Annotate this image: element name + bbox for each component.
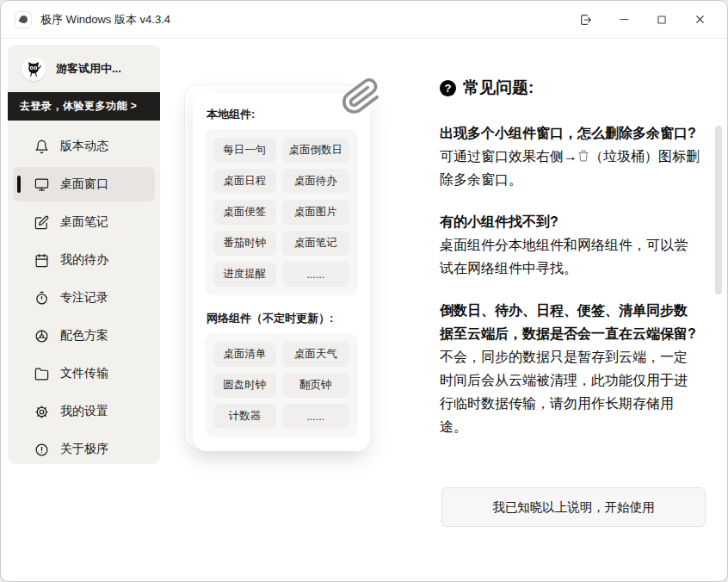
app-window: 极序 Windows 版本 v4.3.4: [0, 0, 728, 582]
monitor-icon: [34, 176, 49, 192]
color-wheel-icon: [34, 328, 49, 344]
local-widgets-panel: 每日一句 桌面倒数日 桌面日程 桌面待办 桌面便签 桌面图片 番茄时钟 桌面笔记…: [205, 129, 358, 295]
widget-button-more[interactable]: ......: [282, 262, 349, 287]
minimize-icon[interactable]: [605, 5, 643, 34]
widget-button[interactable]: 翻页钟: [282, 373, 349, 398]
widget-button[interactable]: 进度提醒: [213, 262, 276, 287]
sidebar-item-version-news[interactable]: 版本动态: [13, 129, 155, 164]
widget-button[interactable]: 桌面清单: [213, 342, 276, 367]
faq-title: 常见问题:: [463, 77, 534, 99]
network-widgets-panel: 桌面清单 桌面天气 圆盘时钟 翻页钟 计数器 ......: [205, 333, 358, 437]
widget-button[interactable]: 桌面图片: [282, 200, 349, 225]
window-controls: [567, 5, 719, 34]
faq-answer-2: 桌面组件分本地组件和网络组件，可以尝试在网络组件中寻找。: [440, 233, 700, 280]
edit-note-icon: [34, 214, 49, 230]
user-row[interactable]: 游客试用中...: [8, 45, 160, 92]
gear-icon: [34, 404, 49, 419]
titlebar: 极序 Windows 版本 v4.3.4: [1, 1, 727, 39]
sidebar-item-color-scheme[interactable]: 配色方案: [13, 319, 155, 353]
sidebar-item-desktop-notes[interactable]: 桌面笔记: [13, 205, 155, 239]
bell-icon: [34, 139, 49, 154]
titlebar-left: 极序 Windows 版本 v4.3.4: [15, 11, 170, 28]
exit-app-icon[interactable]: [567, 5, 605, 34]
faq-question-1: 出现多个小组件窗口，怎么删除多余窗口?: [440, 121, 700, 145]
faq-scrollbar[interactable]: [715, 126, 722, 294]
sidebar-item-label: 我的设置: [60, 404, 108, 419]
folder-icon: [34, 366, 49, 381]
widget-button[interactable]: 圆盘时钟: [213, 373, 276, 398]
widget-card: 本地组件: 每日一句 桌面倒数日 桌面日程 桌面待办 桌面便签 桌面图片 番茄时…: [193, 93, 370, 451]
question-circle-icon: ?: [440, 80, 456, 96]
sidebar-item-my-todo[interactable]: 我的待办: [13, 243, 155, 277]
sidebar: 游客试用中... 去登录，体验更多功能 > 版本动态 桌面窗口: [8, 45, 160, 464]
faq-section: ? 常见问题: 出现多个小组件窗口，怎么删除多余窗口? 可通过窗口效果右侧→（垃…: [440, 77, 700, 438]
widget-button[interactable]: 每日一句: [213, 138, 276, 163]
widget-button[interactable]: 桌面天气: [282, 342, 349, 367]
faq-heading: ? 常见问题:: [440, 77, 700, 99]
faq-question-3: 倒数日、待办、日程、便签、清单同步数据至云端后，数据是否会一直在云端保留?: [440, 299, 700, 345]
sidebar-item-file-transfer[interactable]: 文件传输: [13, 356, 155, 391]
info-circle-icon: [34, 442, 49, 457]
widget-button[interactable]: 桌面待办: [282, 169, 349, 194]
sidebar-item-about[interactable]: 关于极序: [13, 432, 155, 464]
faq-answer-3: 不会，同步的数据只是暂存到云端，一定时间后会从云端被清理，此功能仅用于进行临时数…: [440, 345, 700, 438]
faq-question-2: 有的小组件找不到?: [440, 210, 700, 233]
widget-button[interactable]: 桌面笔记: [282, 231, 349, 256]
network-widgets-title: 网络组件（不定时更新）:: [207, 311, 356, 326]
sidebar-item-desktop-window[interactable]: 桌面窗口: [13, 167, 155, 201]
widget-button-more[interactable]: ......: [282, 404, 349, 429]
sidebar-item-label: 专注记录: [60, 290, 108, 306]
stopwatch-icon: [34, 290, 49, 306]
sidebar-item-label: 桌面笔记: [60, 214, 108, 230]
widget-button[interactable]: 番茄时钟: [213, 231, 276, 256]
sidebar-item-label: 版本动态: [60, 139, 108, 154]
widget-button[interactable]: 桌面便签: [213, 200, 276, 225]
user-name: 游客试用中...: [56, 61, 121, 77]
sidebar-item-my-settings[interactable]: 我的设置: [13, 394, 155, 429]
sidebar-menu: 版本动态 桌面窗口 桌面笔记 我的: [8, 121, 160, 464]
sidebar-item-focus-record[interactable]: 专注记录: [13, 281, 155, 315]
selected-indicator: [17, 176, 21, 193]
maximize-icon[interactable]: [643, 5, 681, 34]
faq-answer-1: 可通过窗口效果右侧→（垃圾桶）图标删除多余窗口。: [440, 145, 700, 191]
local-widgets-title: 本地组件:: [207, 107, 356, 122]
window-title: 极序 Windows 版本 v4.3.4: [40, 12, 170, 28]
paperclip-icon: [339, 74, 384, 119]
faq-answer-1-text: 可通过窗口效果右侧→: [440, 149, 577, 164]
sidebar-item-label: 配色方案: [60, 328, 108, 344]
sidebar-item-label: 文件传输: [60, 366, 108, 381]
widget-button[interactable]: 桌面日程: [213, 169, 276, 194]
confirm-start-button[interactable]: 我已知晓以上说明，开始使用: [441, 487, 706, 527]
calendar-icon: [34, 252, 49, 268]
sidebar-item-label: 关于极序: [60, 442, 108, 457]
widget-button[interactable]: 计数器: [213, 404, 276, 429]
cat-mascot-icon: [22, 57, 46, 81]
widget-button[interactable]: 桌面倒数日: [282, 138, 349, 163]
sidebar-item-label: 桌面窗口: [60, 176, 108, 192]
sidebar-item-label: 我的待办: [60, 252, 108, 268]
login-banner[interactable]: 去登录，体验更多功能 >: [8, 92, 160, 121]
app-logo-icon: [15, 11, 32, 28]
close-icon[interactable]: [681, 5, 719, 34]
trash-icon: [577, 150, 589, 162]
